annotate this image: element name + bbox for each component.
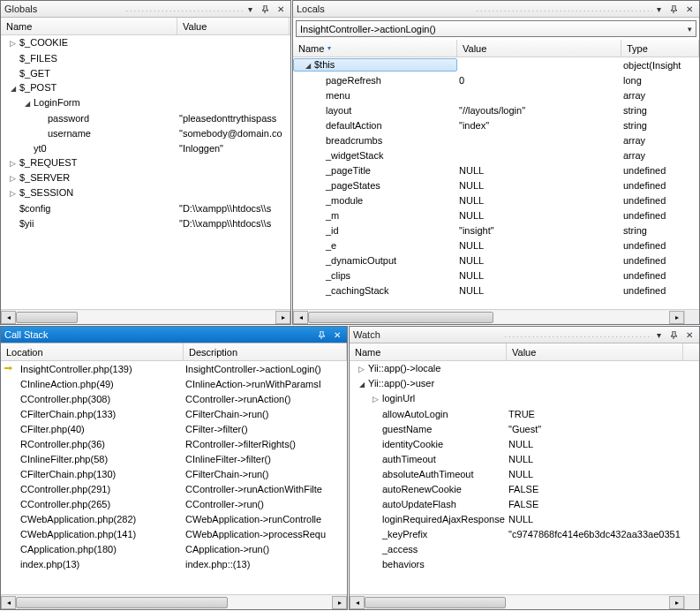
dropdown-icon[interactable]: ▾ xyxy=(652,3,666,16)
expand-icon[interactable]: ▷ xyxy=(8,159,18,169)
tree-row[interactable]: _access xyxy=(350,541,699,556)
tree-row[interactable]: pageRefresh0long xyxy=(293,72,699,87)
expand-icon[interactable]: ▷ xyxy=(8,174,18,184)
stack-frame[interactable]: CFilter.php(40)CFilter->filter() xyxy=(1,421,347,436)
scope-combo[interactable]: InsightController->actionLogin() ▾ xyxy=(296,20,696,37)
tree-row[interactable]: _pageTitleNULLundefined xyxy=(293,162,699,177)
col-value[interactable]: Value xyxy=(457,40,621,57)
tree-row[interactable]: ▷loginUrl xyxy=(350,391,699,406)
stack-frame[interactable]: CController.php(265)CController->run() xyxy=(1,496,347,511)
watch-tree[interactable]: ▷Yii::app()->locale◢Yii::app()->user▷log… xyxy=(350,361,699,594)
stack-frame[interactable]: CWebApplication.php(282)CWebApplication-… xyxy=(1,511,347,526)
tree-row[interactable]: password"pleasedonttrythispass xyxy=(1,110,290,125)
scroll-thumb[interactable] xyxy=(365,597,506,608)
globals-tree[interactable]: ▷$_COOKIE$_FILES$_GET◢$_POST◢LoginFormpa… xyxy=(1,35,290,309)
stack-frame[interactable]: CInlineFilter.php(58)CInlineFilter->filt… xyxy=(1,451,347,466)
collapse-icon[interactable]: ◢ xyxy=(357,380,366,389)
globals-hscroll[interactable]: ◂ ▸ xyxy=(1,309,290,324)
close-icon[interactable]: ✕ xyxy=(682,328,696,342)
tree-row[interactable]: ◢LoginForm xyxy=(1,95,290,110)
stack-frame[interactable]: CController.php(291)CController->runActi… xyxy=(1,481,347,496)
stack-frame[interactable]: CController.php(308)CController->runActi… xyxy=(1,391,347,406)
tree-row[interactable]: $config"D:\\xampp\\htdocs\\s xyxy=(1,200,290,215)
tree-row[interactable]: $yii"D:\\xampp\\htdocs\\s xyxy=(1,215,290,230)
pin-icon[interactable] xyxy=(667,3,681,16)
scroll-left-icon[interactable]: ◂ xyxy=(350,596,365,609)
scroll-left-icon[interactable]: ◂ xyxy=(1,311,16,324)
tree-row[interactable]: ▷$_SESSION xyxy=(1,185,290,200)
dropdown-icon[interactable]: ▾ xyxy=(244,3,257,16)
close-icon[interactable]: ✕ xyxy=(330,328,343,342)
tree-row[interactable]: _widgetStackarray xyxy=(293,147,699,162)
expand-icon[interactable]: ▷ xyxy=(8,39,18,49)
locals-hscroll[interactable]: ◂ ▸ xyxy=(293,309,699,324)
tree-row[interactable]: defaultAction"index"string xyxy=(293,117,699,132)
expand-icon[interactable]: ▷ xyxy=(357,365,366,374)
callstack-hscroll[interactable]: ◂ ▸ xyxy=(1,594,347,609)
scroll-left-icon[interactable]: ◂ xyxy=(293,311,308,324)
scroll-thumb[interactable] xyxy=(16,597,228,608)
tree-row[interactable]: loginRequiredAjaxResponseNULL xyxy=(350,511,699,526)
col-name[interactable]: Name▾ xyxy=(293,40,457,57)
tree-row[interactable]: _clipsNULLundefined xyxy=(293,268,699,283)
tree-row[interactable]: ◢Yii::app()->user xyxy=(350,376,699,391)
scroll-right-icon[interactable]: ▸ xyxy=(275,311,290,324)
dropdown-icon[interactable]: ▾ xyxy=(652,328,666,342)
scroll-track[interactable] xyxy=(16,311,275,324)
tree-row[interactable]: yt0"Inloggen" xyxy=(1,140,290,155)
expand-icon[interactable]: ▷ xyxy=(8,189,18,199)
scroll-right-icon[interactable]: ▸ xyxy=(669,311,684,324)
tree-row[interactable]: ▷Yii::app()->locale xyxy=(350,361,699,376)
globals-header[interactable]: Globals ................................… xyxy=(1,1,290,18)
expand-icon[interactable]: ▷ xyxy=(371,395,380,404)
tree-row[interactable]: breadcrumbsarray xyxy=(293,132,699,147)
tree-row[interactable]: guestName"Guest" xyxy=(350,421,699,436)
tree-row[interactable]: _dynamicOutputNULLundefined xyxy=(293,253,699,268)
scroll-left-icon[interactable]: ◂ xyxy=(1,596,16,609)
scroll-right-icon[interactable]: ▸ xyxy=(669,596,684,609)
tree-row[interactable]: $_GET xyxy=(1,65,290,80)
col-name[interactable]: Name xyxy=(1,18,177,34)
tree-row[interactable]: ◢$_POST xyxy=(1,80,290,95)
tree-row[interactable]: layout"//layouts/login"string xyxy=(293,102,699,117)
collapse-icon[interactable]: ◢ xyxy=(303,61,312,71)
stack-frame[interactable]: CWebApplication.php(141)CWebApplication-… xyxy=(1,526,347,541)
tree-row[interactable]: _mNULLundefined xyxy=(293,207,699,223)
tree-row[interactable]: ◢$thisobject(Insight xyxy=(293,57,699,72)
tree-row[interactable]: menuarray xyxy=(293,87,699,102)
tree-row[interactable]: behaviors xyxy=(350,556,699,571)
stack-frame[interactable]: RController.php(36)RController->filterRi… xyxy=(1,436,347,451)
col-value[interactable]: Value xyxy=(507,343,683,360)
callstack-list[interactable]: InsightController.php(139)InsightControl… xyxy=(1,361,347,594)
callstack-header[interactable]: Call Stack ✕ xyxy=(1,327,347,343)
tree-row[interactable]: autoUpdateFlashFALSE xyxy=(350,496,699,511)
tree-row[interactable]: _moduleNULLundefined xyxy=(293,192,699,207)
scroll-track[interactable] xyxy=(16,596,332,609)
locals-header[interactable]: Locals .................................… xyxy=(293,1,699,18)
pin-icon[interactable] xyxy=(259,3,272,16)
tree-row[interactable]: autoRenewCookieFALSE xyxy=(350,481,699,496)
tree-row[interactable]: ▷$_REQUEST xyxy=(1,155,290,170)
tree-row[interactable]: identityCookieNULL xyxy=(350,436,699,451)
col-location[interactable]: Location xyxy=(1,343,184,360)
scroll-track[interactable] xyxy=(308,311,669,324)
tree-row[interactable]: allowAutoLoginTRUE xyxy=(350,406,699,421)
collapse-icon[interactable]: ◢ xyxy=(22,99,32,109)
watch-header[interactable]: Watch ..................................… xyxy=(350,327,699,343)
tree-row[interactable]: _eNULLundefined xyxy=(293,238,699,253)
tree-row[interactable]: authTimeoutNULL xyxy=(350,451,699,466)
pin-icon[interactable] xyxy=(667,328,681,342)
close-icon[interactable]: ✕ xyxy=(274,3,287,16)
pin-icon[interactable] xyxy=(315,328,328,342)
close-icon[interactable]: ✕ xyxy=(682,3,696,16)
tree-row[interactable]: ▷$_SERVER xyxy=(1,170,290,185)
collapse-icon[interactable]: ◢ xyxy=(8,84,18,94)
col-name[interactable]: Name xyxy=(350,343,507,360)
scroll-right-icon[interactable]: ▸ xyxy=(332,596,347,609)
tree-row[interactable]: _pageStatesNULLundefined xyxy=(293,177,699,192)
locals-tree[interactable]: ◢$thisobject(InsightpageRefresh0longmenu… xyxy=(293,57,699,309)
tree-row[interactable]: _cachingStackNULLundefined xyxy=(293,283,699,298)
col-description[interactable]: Description xyxy=(184,343,347,360)
scroll-thumb[interactable] xyxy=(16,312,78,323)
tree-row[interactable]: _keyPrefix"c9747868fc414e6b3dc432aa33ae0… xyxy=(350,526,699,541)
